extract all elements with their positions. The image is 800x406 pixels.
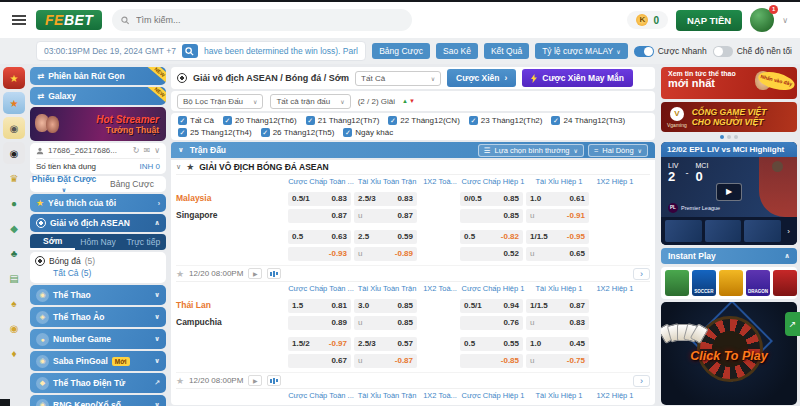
chevron-down-icon[interactable]: ∨ xyxy=(154,146,160,155)
rail-gift-blue-icon[interactable]: ★ xyxy=(3,92,25,114)
date-filter-checkbox[interactable]: ✓Tất Cả xyxy=(178,116,214,125)
odds-cell[interactable]: 0.76 xyxy=(460,316,523,330)
star-icon[interactable]: ★ xyxy=(176,269,184,279)
play-button-icon[interactable]: ▶ xyxy=(716,183,742,201)
odds-cell[interactable]: u-0.89 xyxy=(354,247,417,261)
parlay-button[interactable]: Cược Xiên› xyxy=(447,69,516,87)
odds-cell[interactable]: 1/1.5-0.95 xyxy=(526,230,589,244)
news-banner[interactable]: Xem tin tức thể thao mới nhất Nhấn vào đ… xyxy=(661,67,797,99)
video-thumbnail[interactable] xyxy=(705,220,742,242)
odds-cell[interactable]: 0.50.63 xyxy=(288,230,351,244)
game-tile[interactable]: DRAGON xyxy=(746,270,770,296)
mail-icon[interactable]: ✉ xyxy=(143,146,150,155)
odds-cell[interactable]: 1/1.50.87 xyxy=(526,299,589,313)
odds-cell[interactable]: 1.00.45 xyxy=(526,337,589,351)
date-filter-checkbox[interactable]: ✓23 Tháng12(Th2) xyxy=(469,116,543,125)
rail-eagle-icon[interactable]: ♦ xyxy=(3,342,25,364)
favorites-bar[interactable]: ★ Yêu thích của tôi › xyxy=(30,194,166,212)
bet-slip-button[interactable]: Bảng Cược xyxy=(372,43,430,59)
play-stream-icon[interactable]: ▶ xyxy=(248,268,262,279)
search-box[interactable] xyxy=(112,9,412,31)
menu-toggle-icon[interactable] xyxy=(12,19,26,21)
odds-cell[interactable]: 2.5/30.57 xyxy=(354,337,417,351)
all-matches-select[interactable]: Tất cả trận đấu∨ xyxy=(270,94,350,109)
odds-cell[interactable]: 0.85 xyxy=(460,209,523,223)
odds-cell[interactable]: u0.87 xyxy=(354,209,417,223)
star-icon[interactable]: ★ xyxy=(176,376,184,386)
stats-chart-icon[interactable] xyxy=(267,268,281,279)
ticker-search-button[interactable] xyxy=(182,44,198,58)
video-thumbnail[interactable] xyxy=(744,220,781,242)
sort-icon[interactable]: ▲▼ xyxy=(402,98,415,104)
odds-cell[interactable]: 1.5/2-0.97 xyxy=(288,337,351,351)
carousel-dot[interactable] xyxy=(734,135,738,139)
chevron-down-icon[interactable]: ∨ xyxy=(178,146,184,154)
date-filter-checkbox[interactable]: ✓21 Tháng12(Th7) xyxy=(306,116,380,125)
odds-cell[interactable]: -0.85 xyxy=(460,354,523,368)
odds-cell[interactable]: 2.50.59 xyxy=(354,230,417,244)
game-tile[interactable] xyxy=(773,270,797,296)
odds-cell[interactable]: 0.67 xyxy=(288,354,351,368)
rail-clover-icon[interactable]: ♣ xyxy=(3,242,25,264)
compact-version-button[interactable]: ⇄ Phiên bản Rút Gọn NEW xyxy=(30,67,166,85)
sport-item-all[interactable]: Tất Cả (5) xyxy=(35,268,161,281)
expand-fab[interactable]: ↗ xyxy=(785,312,800,336)
hot-streamer-banner[interactable]: Hot Streamer Tướng Thuật xyxy=(30,107,166,141)
video-thumbnail[interactable] xyxy=(665,220,702,242)
odds-cell[interactable]: u0.65 xyxy=(526,247,589,261)
date-filter-checkbox[interactable]: ✓26 Tháng12(Th5) xyxy=(261,128,335,137)
carousel-dot[interactable] xyxy=(727,135,731,139)
dark-mode-toggle[interactable] xyxy=(713,46,733,57)
instant-play-header[interactable]: Instant Play ∧ xyxy=(661,248,797,264)
lucky-parlay-button[interactable]: Cược Xiên May Mắn xyxy=(522,69,633,87)
rail-gift-red-icon[interactable]: ★ xyxy=(3,67,25,89)
odds-cell[interactable]: -0.93 xyxy=(288,247,351,261)
odds-type-select[interactable]: Tỷ lệ cược MALAY∨ xyxy=(535,43,628,59)
view-mode-select[interactable]: ☰Lựa chọn bình thường∨ xyxy=(478,144,584,157)
tab-bet-ticket[interactable]: Phiếu Đặt Cược ∨ xyxy=(30,174,98,194)
odds-cell[interactable]: u-0.75 xyxy=(526,354,589,368)
galaxy-button[interactable]: ⇄ Galaxy NEW xyxy=(30,87,166,105)
odds-cell[interactable]: u-0.91 xyxy=(526,209,589,223)
odds-cell[interactable]: 0.5/10.94 xyxy=(460,299,523,313)
date-filter-checkbox[interactable]: ✓22 Tháng12(CN) xyxy=(388,116,459,125)
odds-cell[interactable]: 0.52 xyxy=(460,247,523,261)
sidebar-item[interactable]: ◉RNG Keno/Xổ số∨ xyxy=(30,395,166,406)
odds-cell[interactable]: 0.5-0.82 xyxy=(460,230,523,244)
odds-cell[interactable]: u-0.87 xyxy=(354,354,417,368)
sport-item-football[interactable]: Bóng đá (5) xyxy=(35,254,161,268)
febet-logo[interactable]: FEBET xyxy=(36,10,102,30)
date-filter-checkbox[interactable]: ✓24 Tháng12(Th3) xyxy=(551,116,625,125)
odds-cell[interactable]: 1.00.61 xyxy=(526,192,589,206)
rail-cards-icon[interactable]: ◆ xyxy=(3,217,25,239)
odds-cell[interactable]: 0/0.50.85 xyxy=(460,192,523,206)
rail-soccer-cream-icon[interactable]: ◉ xyxy=(3,117,25,139)
vgaming-banner[interactable]: V Vgaming CỔNG GAME VIỆTCHO NGƯỜI VIỆT xyxy=(661,102,797,132)
game-tile[interactable] xyxy=(719,270,743,296)
tab-live[interactable]: Trực tiếp xyxy=(121,234,166,250)
coin-balance-chip[interactable]: K 0 xyxy=(627,11,668,29)
play-stream-icon[interactable]: ▶ xyxy=(248,375,262,386)
row-mode-select[interactable]: =Hai Dòng∨ xyxy=(588,144,648,157)
date-filter-checkbox[interactable]: ✓20 Tháng12(Th6) xyxy=(223,116,297,125)
expand-match-icon[interactable]: › xyxy=(633,375,650,387)
expand-match-icon[interactable]: › xyxy=(633,268,650,280)
refresh-icon[interactable]: ↻ xyxy=(133,146,140,155)
tab-early[interactable]: Sớm xyxy=(30,234,75,250)
sidebar-item[interactable]: ●Number Game∨ xyxy=(30,329,166,349)
date-filter-checkbox[interactable]: ✓Ngày khác xyxy=(343,128,393,137)
odds-cell[interactable]: u0.85 xyxy=(354,316,417,330)
rail-coin-icon[interactable]: ◉ xyxy=(3,317,25,339)
game-tile[interactable]: SOCCER xyxy=(692,270,716,296)
sidebar-item[interactable]: ◉Thể Thao∨ xyxy=(30,285,166,305)
game-tile[interactable] xyxy=(665,270,689,296)
odds-cell[interactable]: 0.89 xyxy=(288,316,351,330)
league-bar[interactable]: Giải vô địch ASEAN ∧ xyxy=(30,214,166,232)
quick-bet-toggle[interactable] xyxy=(634,46,654,57)
deposit-button[interactable]: NẠP TIỀN xyxy=(676,10,742,31)
rail-soccer-dark-icon[interactable]: ◉ xyxy=(3,142,25,164)
video-player[interactable]: LIV2 - MCI0 ▶ PL Premier League xyxy=(661,157,797,217)
odds-cell[interactable]: u0.83 xyxy=(526,316,589,330)
chevron-right-icon[interactable]: › xyxy=(784,227,793,236)
tab-today[interactable]: Hôm Nay xyxy=(75,234,120,250)
